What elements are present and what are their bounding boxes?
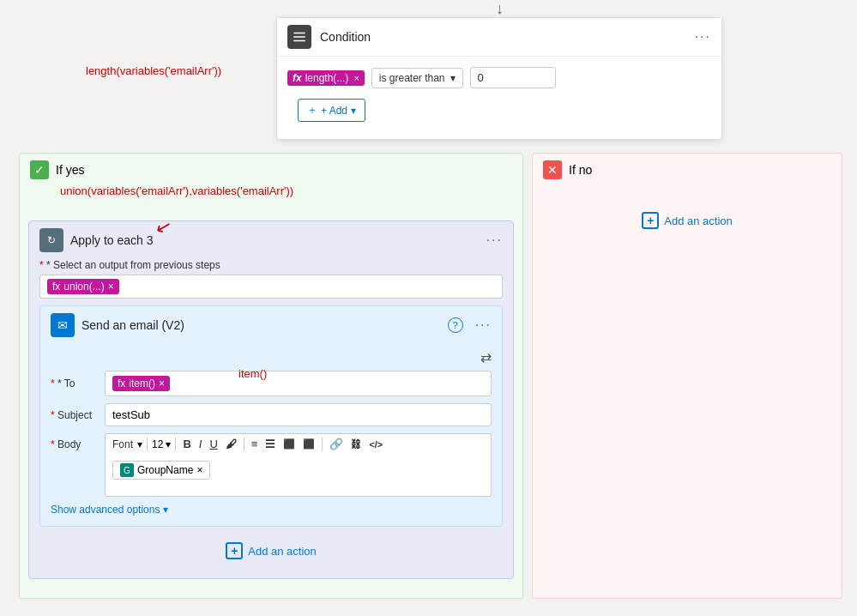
subject-label: * Subject — [51, 409, 98, 421]
apply-each-icon: ↻ — [39, 228, 63, 252]
group-tag-icon: G — [120, 463, 134, 477]
email-icon: ✉ — [51, 313, 75, 337]
condition-add-button[interactable]: ＋ + Add ▾ — [298, 99, 365, 122]
body-label: * Body — [51, 438, 98, 450]
to-field-row: * * To fx item() × — [51, 371, 492, 396]
body-content-area[interactable]: G GroupName × — [105, 454, 492, 497]
apply-each-title: Apply to each 3 — [70, 233, 480, 247]
add-icon: ＋ — [307, 103, 317, 118]
union-annotation: union(variables('emailArr'),variables('e… — [60, 184, 293, 197]
apply-each-block: ↻ Apply to each 3 ··· * * Select an outp… — [28, 220, 514, 579]
ul-button[interactable]: ≡ — [249, 437, 261, 451]
branch-no-add-action-button[interactable]: + Add an action — [533, 186, 842, 255]
body-toolbar: Font ▾ 12 ▾ B I U — [105, 433, 492, 454]
send-email-title: Send an email (V2) — [81, 318, 441, 332]
select-output-label: * * Select an output from previous steps — [39, 259, 503, 271]
font-select[interactable]: Font — [111, 438, 135, 450]
length-fx-tag[interactable]: fx length(...) × — [287, 70, 365, 86]
transfer-icon-row: ⇄ — [51, 347, 492, 371]
check-icon: ✓ — [30, 160, 49, 179]
font-size[interactable]: 12 — [152, 438, 163, 450]
indent-button[interactable]: ⬛ — [281, 438, 298, 450]
send-email-more-button[interactable]: ··· — [475, 317, 492, 333]
toolbar-sep-3 — [244, 438, 244, 451]
chevron-down-icon: ▾ — [163, 504, 168, 516]
show-advanced-button[interactable]: Show advanced options ▾ — [51, 504, 492, 516]
group-name-close[interactable]: × — [196, 464, 202, 476]
branch-no-add-icon: + — [642, 212, 659, 229]
subject-input[interactable] — [105, 403, 492, 426]
x-icon: ✕ — [543, 160, 562, 179]
condition-value-input[interactable] — [470, 67, 556, 88]
transfer-icon: ⇄ — [480, 349, 492, 365]
subject-field-row: * Subject — [51, 403, 492, 426]
italic-button[interactable]: I — [196, 437, 205, 451]
length-tag-close[interactable]: × — [353, 73, 359, 83]
underline-button[interactable]: U — [207, 437, 220, 451]
font-size-arrow[interactable]: ▾ — [166, 438, 171, 450]
ol-button[interactable]: ☰ — [263, 437, 278, 451]
branches-container: ✓ If yes ↻ Apply to each 3 ··· * * Selec… — [19, 153, 842, 599]
apply-each-body: * * Select an output from previous steps… — [29, 259, 513, 578]
link-button[interactable]: 🔗 — [327, 437, 346, 451]
outdent-button[interactable]: ⬛ — [300, 438, 317, 450]
branch-yes: ✓ If yes ↻ Apply to each 3 ··· * * Selec… — [19, 153, 523, 599]
item-tag-close[interactable]: × — [159, 377, 165, 390]
toolbar-sep-1 — [147, 438, 148, 451]
item-tag[interactable]: fx item() × — [112, 376, 170, 391]
branch-no-header: ✕ If no — [533, 154, 842, 186]
send-email-header: ✉ Send an email (V2) ? ··· — [40, 306, 502, 344]
toolbar-sep-2 — [175, 438, 176, 451]
length-annotation: length(variables('emailArr')) — [86, 64, 221, 77]
toolbar-sep-4 — [322, 438, 323, 451]
branch-yes-header: ✓ If yes — [20, 154, 522, 186]
apply-each-header: ↻ Apply to each 3 ··· — [29, 221, 513, 259]
flow-down-arrow: ↓ — [496, 0, 504, 18]
add-action-icon: + — [226, 542, 243, 559]
font-dropdown-arrow[interactable]: ▾ — [137, 438, 142, 450]
union-tag[interactable]: fx union(...) × — [47, 279, 119, 294]
help-icon[interactable]: ? — [448, 317, 463, 333]
union-tag-close[interactable]: × — [108, 281, 114, 293]
branch-no-label: If no — [569, 163, 592, 177]
code-button[interactable]: </> — [366, 438, 385, 450]
to-input[interactable]: fx item() × — [105, 371, 492, 396]
condition-icon — [287, 25, 311, 49]
condition-title: Condition — [320, 30, 695, 44]
unlink-button[interactable]: ⛓ — [348, 438, 364, 451]
item-annotation: item() — [238, 367, 267, 380]
condition-block: Condition ··· fx length(...) × is greate… — [276, 17, 722, 140]
brush-button[interactable]: 🖌 — [223, 437, 239, 451]
condition-header: Condition ··· — [277, 18, 721, 57]
apply-each-more-button[interactable]: ··· — [486, 233, 503, 248]
condition-body: fx length(...) × is greater than ▾ — [277, 57, 721, 99]
condition-more-button[interactable]: ··· — [695, 29, 711, 45]
union-tag-row: fx union(...) × — [39, 275, 503, 299]
bold-button[interactable]: B — [180, 437, 193, 451]
send-email-body: ⇄ * * To fx item() — [40, 344, 502, 526]
to-label: * * To — [51, 377, 98, 390]
branch-yes-label: If yes — [56, 163, 84, 177]
group-name-tag[interactable]: G GroupName × — [112, 461, 210, 480]
body-editor: Font ▾ 12 ▾ B I U — [105, 433, 492, 497]
group-name-text: GroupName — [137, 464, 193, 476]
body-field-row: * Body Font ▾ 12 ▾ — [51, 433, 492, 497]
branch-no: ✕ If no + Add an action — [532, 153, 842, 599]
apply-each-add-action-button[interactable]: + Add an action — [39, 534, 503, 568]
length-tag-text: length(...) — [305, 72, 349, 84]
send-email-block: ✉ Send an email (V2) ? ··· ⇄ — [39, 305, 503, 527]
condition-operator-dropdown[interactable]: is greater than ▾ — [371, 68, 463, 88]
